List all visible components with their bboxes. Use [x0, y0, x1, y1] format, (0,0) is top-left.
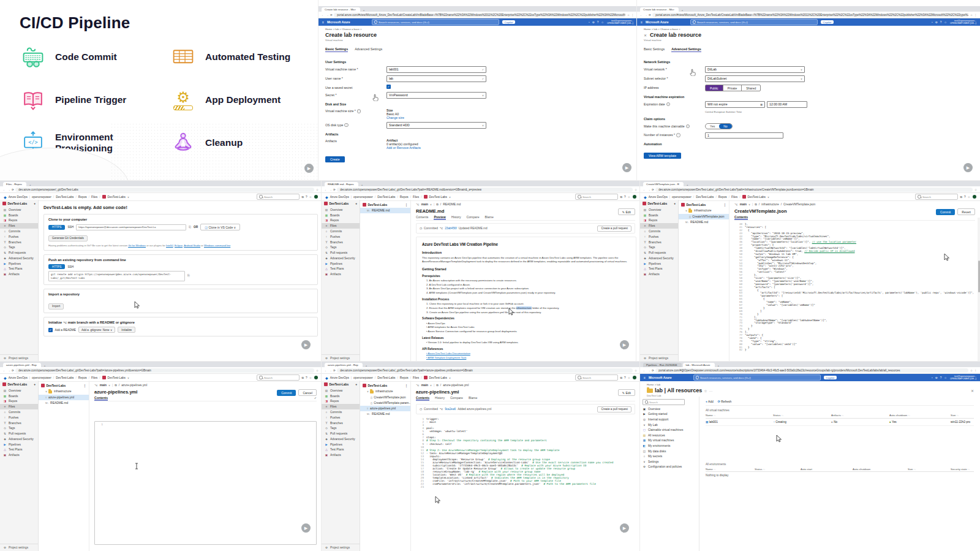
toggle-yes[interactable]: Yes: [706, 124, 719, 129]
repo-selector[interactable]: DevTest-Labs: [108, 196, 126, 199]
sidebar-item[interactable]: ⇅Pull requests: [322, 431, 360, 436]
yaml-editor[interactable]: 1: [94, 421, 317, 545]
more-icon[interactable]: ⋮: [723, 203, 726, 207]
col-security-state[interactable]: Security state ↑↓: [951, 468, 974, 471]
clone-vscode-button[interactable]: ◲ Clone in VS Code ∨: [200, 224, 240, 230]
crumb-org[interactable]: openonepower: [32, 196, 51, 199]
sidebar-item[interactable]: ◈Advanced Security: [322, 256, 360, 261]
col-size[interactable]: Size ↑↓: [908, 468, 951, 471]
devops-search[interactable]: Search: [257, 374, 300, 381]
project-header[interactable]: DevTest-Labs+: [322, 200, 360, 207]
crumb-repos[interactable]: Repos: [400, 196, 409, 199]
bookmark-icon[interactable]: ☆: [316, 369, 318, 372]
commit-id-link[interactable]: 9ca2ea6: [445, 408, 456, 411]
sidebar-item[interactable]: △Test Plans: [640, 267, 678, 272]
sidebar-item[interactable]: ▶Pipelines: [0, 261, 38, 267]
user-settings-icon[interactable]: ☺: [628, 196, 631, 199]
sidebar-item[interactable]: △Test Plans: [322, 267, 360, 272]
help-icon[interactable]: ?: [624, 376, 626, 379]
help-icon[interactable]: ?: [940, 376, 942, 379]
secret-select[interactable]: VmPassword∨: [386, 92, 486, 99]
instances-field[interactable]: 1: [705, 132, 783, 139]
sidebar-item[interactable]: ▶Pipelines: [0, 442, 38, 447]
sidebar-item[interactable]: YBranches: [322, 420, 360, 426]
col-size[interactable]: Size ↑↓: [951, 414, 974, 417]
ip-option[interactable]: Public: [706, 85, 723, 91]
account-info[interactable]: test@openonepower...OPENONEPOWER (DE...): [950, 20, 976, 25]
forward-button[interactable]: →: [644, 13, 647, 17]
project-header[interactable]: DevTest-Labs+: [322, 381, 360, 388]
copy-icon[interactable]: ⎘: [187, 274, 190, 277]
sidebar-item[interactable]: YBranches: [322, 240, 360, 245]
add-icon[interactable]: +: [34, 202, 36, 205]
new-tab-button[interactable]: +: [28, 183, 33, 186]
back-button[interactable]: ←: [3, 188, 6, 191]
devops-search[interactable]: Search: [257, 194, 300, 200]
forward-button[interactable]: →: [326, 13, 329, 17]
tree-folder-infrastructure[interactable]: ∨infrastructure: [360, 389, 410, 395]
avatar[interactable]: [314, 195, 318, 199]
push-command[interactable]: git remote add origin https://openonepow…: [48, 271, 185, 281]
gitignore-select[interactable]: Add a .gitignore: None ∨: [78, 327, 115, 333]
add-icon[interactable]: +: [355, 202, 357, 205]
tab-contents[interactable]: Contents: [94, 396, 108, 400]
bookmark-icon[interactable]: ☆: [970, 13, 973, 17]
sidebar-item[interactable]: ◨Repos: [322, 399, 360, 405]
browser-tab[interactable]: Create lab resource - Micr: [322, 7, 360, 12]
file-tab[interactable]: Contents: [416, 215, 428, 219]
sidebar-item[interactable]: ▦Boards: [322, 213, 360, 218]
forward-button[interactable]: →: [647, 369, 650, 372]
shopping-bag-icon[interactable]: ⧉: [620, 196, 622, 199]
commit-button[interactable]: Commit: [277, 390, 296, 396]
user-settings-icon[interactable]: ☺: [309, 376, 312, 379]
address-bar[interactable]: dev.azure.com/openonepower/DevTest-Labs/…: [655, 188, 973, 192]
bookmark-icon[interactable]: ☆: [970, 369, 973, 372]
sidebar-item[interactable]: ↑Pushes: [640, 234, 678, 240]
avatar[interactable]: [973, 195, 977, 199]
sidebar-item[interactable]: ▤All resources: [640, 433, 699, 438]
sidebar-item[interactable]: ◨Repos: [0, 399, 38, 405]
account-info[interactable]: test@openonepower...OPENONEPOWER (DE...): [607, 20, 633, 25]
feedback-icon[interactable]: ☺: [944, 376, 947, 379]
browser-tab-lab[interactable]: lab - Microsoft Azure: [683, 363, 715, 367]
tree-item-readme[interactable]: M↓README.md: [39, 400, 89, 406]
tree-item-template-json[interactable]: {}CreateVMTemplate.json: [679, 214, 729, 219]
azure-devops-logo[interactable]: ◆: [325, 376, 328, 380]
project-settings[interactable]: ⚙Project settings: [640, 354, 678, 362]
more-icon[interactable]: ⋮: [405, 203, 408, 207]
file-tab[interactable]: Blame: [469, 396, 477, 400]
repo-selector[interactable]: DevTest-Labs: [429, 376, 447, 379]
vm-name-cell[interactable]: ▦ lab001: [706, 420, 773, 424]
file-tab[interactable]: Preview: [434, 215, 445, 219]
sidebar-item[interactable]: ▦Boards: [322, 393, 360, 399]
copilot-button[interactable]: Copilot: [502, 20, 516, 25]
notifications-icon[interactable]: ◔: [931, 376, 933, 379]
file-tab[interactable]: Contents: [416, 396, 429, 400]
project-settings[interactable]: ⚙Project settings: [0, 354, 38, 362]
sidebar-item[interactable]: ▣Artifacts: [322, 272, 360, 277]
project-settings[interactable]: ⚙Project settings: [322, 544, 360, 551]
project-settings[interactable]: ⚙Project settings: [322, 354, 360, 362]
sidebar-item[interactable]: ○Commits: [0, 229, 38, 234]
tab-advanced-settings[interactable]: Advanced Settings: [355, 47, 382, 52]
crumb-project[interactable]: DevTest-Labs: [696, 196, 714, 199]
sidebar-item[interactable]: ▤Overview: [322, 207, 360, 213]
azure-devops-logo[interactable]: ◆: [4, 376, 7, 380]
sidebar-item[interactable]: ◎Internal support: [640, 417, 699, 422]
edit-button[interactable]: ✎ Edit: [618, 208, 635, 215]
address-bar[interactable]: dev.azure.com/openonepower/_git/DevTest-…: [15, 188, 314, 192]
bookmark-icon[interactable]: ☆: [627, 13, 630, 17]
help-icon[interactable]: ?: [306, 376, 307, 379]
reload-button[interactable]: ⟳: [333, 369, 336, 372]
sidebar-item[interactable]: YBranches: [640, 240, 678, 245]
sidebar-item[interactable]: ◈Advanced Security: [322, 436, 360, 442]
revert-button[interactable]: Revert: [957, 208, 975, 215]
crumb-org[interactable]: openonepower: [353, 196, 373, 199]
azure-search[interactable]: Search resources, services, and docs (G+…: [693, 374, 821, 381]
tree-repo-header[interactable]: DevTest-Labs⋮: [360, 382, 410, 389]
new-tab-button[interactable]: +: [42, 364, 48, 367]
shopping-bag-icon[interactable]: ⧉: [620, 376, 622, 379]
breadcrumb[interactable]: Home > lab > Choose a base >: [637, 26, 980, 31]
sidebar-item[interactable]: ▦Boards: [0, 393, 38, 399]
help-icon[interactable]: ?: [597, 21, 599, 24]
